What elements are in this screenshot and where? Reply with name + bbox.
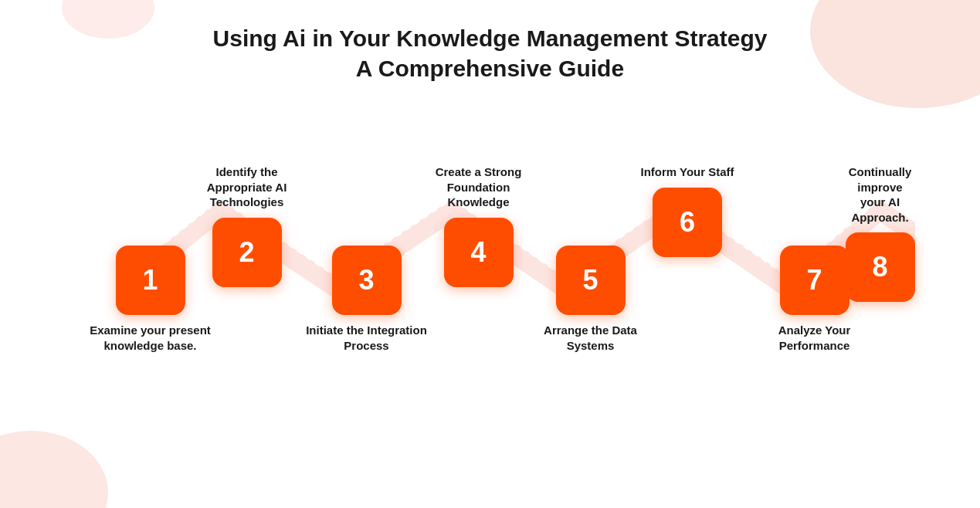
title-line1: Using Ai in Your Knowledge Management St… xyxy=(213,25,768,51)
step-label-6: Inform Your Staff xyxy=(641,164,734,180)
step-box-8: 8 xyxy=(846,232,915,302)
step-label-2: Identify the Appropriate AI Technologies xyxy=(185,164,309,210)
step-item-6: Inform Your Staff6 xyxy=(641,164,734,257)
step-item-2: Identify the Appropriate AI Technologies… xyxy=(185,164,309,287)
title-line2: A Comprehensive Guide xyxy=(356,56,624,81)
page-title: Using Ai in Your Knowledge Management St… xyxy=(213,23,768,83)
step-box-3: 3 xyxy=(332,246,402,315)
step-item-8: Continually improve your AI Approach.8 xyxy=(846,164,915,302)
main-container: Using Ai in Your Knowledge Management St… xyxy=(0,0,980,508)
step-label-8: Continually improve your AI Approach. xyxy=(846,164,915,225)
step-box-1: 1 xyxy=(116,246,185,315)
step-label-4: Create a Strong Foundation Knowledge xyxy=(417,164,541,210)
step-item-5: 5Arrange the Data Systems xyxy=(529,246,653,353)
steps-container: 1Examine your present knowledge base.Ide… xyxy=(66,122,915,446)
step-label-5: Arrange the Data Systems xyxy=(529,323,653,353)
step-box-4: 4 xyxy=(444,218,514,287)
step-label-1: Examine your present knowledge base. xyxy=(89,323,212,353)
step-item-4: Create a Strong Foundation Knowledge4 xyxy=(417,164,541,287)
step-label-7: Analyze Your Performance xyxy=(753,323,877,353)
step-box-2: 2 xyxy=(212,218,282,287)
step-item-3: 3Initiate the Integration Process xyxy=(305,246,429,353)
step-label-3: Initiate the Integration Process xyxy=(305,323,429,353)
step-box-5: 5 xyxy=(556,246,626,315)
step-box-7: 7 xyxy=(780,246,849,315)
step-box-6: 6 xyxy=(653,188,722,257)
